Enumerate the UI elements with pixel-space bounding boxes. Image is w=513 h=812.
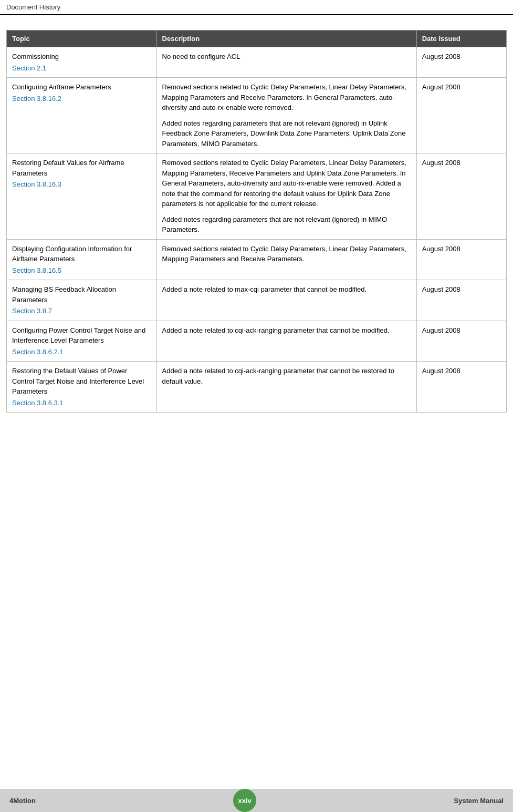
description-paragraph: Added a note related to cqi-ack-ranging … (162, 366, 411, 386)
topic-link[interactable]: Section 3.8.16.2 (12, 94, 151, 104)
description-paragraph: Added notes regarding parameters that ar… (162, 214, 411, 235)
cell-description: Added a note related to cqi-ack-ranging … (156, 362, 416, 413)
description-paragraph: Added a note related to cqi-ack-ranging … (162, 325, 411, 336)
topic-main-text: Restoring the Default Values of Power Co… (12, 367, 144, 395)
cell-date: August 2008 (416, 78, 506, 153)
page-footer: 4Motion xxiv System Manual (0, 789, 513, 812)
description-paragraph: Added notes regarding parameters that ar… (162, 118, 411, 149)
footer-left-label: 4Motion (9, 797, 36, 805)
description-paragraph: Removed sections related to Cyclic Delay… (162, 158, 411, 209)
cell-date: August 2008 (416, 47, 506, 78)
cell-date: August 2008 (416, 321, 506, 362)
topic-link[interactable]: Section 3.8.16.5 (12, 265, 151, 276)
description-paragraph: Removed sections related to Cyclic Delay… (162, 82, 411, 113)
cell-date: August 2008 (416, 362, 506, 413)
table-row: Restoring Default Values for Airframe Pa… (7, 153, 507, 240)
description-paragraph: Added a note related to max-cqi paramete… (162, 284, 411, 295)
cell-topic: Configuring Power Control Target Noise a… (7, 321, 157, 362)
topic-main-text: Configuring Airftame Parameters (12, 83, 111, 91)
table-row: Restoring the Default Values of Power Co… (7, 362, 507, 413)
table-row: Displaying Configuration Information for… (7, 239, 507, 280)
cell-topic: Restoring the Default Values of Power Co… (7, 362, 157, 413)
topic-main-text: Displaying Configuration Information for… (12, 245, 132, 263)
column-description: Description (156, 30, 416, 47)
cell-description: Removed sections related to Cyclic Delay… (156, 153, 416, 240)
page-number: xxiv (233, 789, 256, 812)
cell-topic: Displaying Configuration Information for… (7, 239, 157, 280)
cell-topic: Restoring Default Values for Airframe Pa… (7, 153, 157, 240)
column-date: Date Issued (416, 30, 506, 47)
topic-link[interactable]: Section 3.8.16.3 (12, 179, 151, 190)
column-topic: Topic (7, 30, 157, 47)
topic-link[interactable]: Section 2.1 (12, 63, 151, 74)
cell-date: August 2008 (416, 280, 506, 321)
topic-link[interactable]: Section 3.8.6.3.1 (12, 398, 151, 408)
table-row: Configuring Airftame ParametersSection 3… (7, 78, 507, 153)
cell-topic: CommissioningSection 2.1 (7, 47, 157, 78)
description-paragraph: Removed sections related to Cyclic Delay… (162, 244, 411, 264)
document-header: Document History (0, 0, 513, 15)
cell-topic: Managing BS Feedback Allocation Paramete… (7, 280, 157, 321)
cell-date: August 2008 (416, 239, 506, 280)
table-row: Configuring Power Control Target Noise a… (7, 321, 507, 362)
topic-link[interactable]: Section 3.8.7 (12, 306, 151, 316)
document-history-table: Topic Description Date Issued Commission… (6, 30, 507, 413)
topic-main-text: Restoring Default Values for Airframe Pa… (12, 159, 124, 177)
cell-date: August 2008 (416, 153, 506, 240)
topic-main-text: Commissioning (12, 53, 59, 60)
topic-main-text: Managing BS Feedback Allocation Paramete… (12, 285, 116, 304)
footer-right-label: System Manual (454, 797, 504, 805)
cell-description: Removed sections related to Cyclic Delay… (156, 78, 416, 153)
cell-description: Added a note related to cqi-ack-ranging … (156, 321, 416, 362)
page-content: Topic Description Date Issued Commission… (0, 15, 513, 455)
table-row: CommissioningSection 2.1No need to confi… (7, 47, 507, 78)
cell-description: No need to configure ACL (156, 47, 416, 78)
document-title: Document History (6, 3, 60, 11)
topic-main-text: Configuring Power Control Target Noise a… (12, 326, 145, 345)
description-paragraph: No need to configure ACL (162, 52, 411, 62)
topic-link[interactable]: Section 3.8.6.2.1 (12, 347, 151, 357)
table-header-row: Topic Description Date Issued (7, 30, 507, 47)
cell-topic: Configuring Airftame ParametersSection 3… (7, 78, 157, 153)
cell-description: Removed sections related to Cyclic Delay… (156, 239, 416, 280)
cell-description: Added a note related to max-cqi paramete… (156, 280, 416, 321)
table-row: Managing BS Feedback Allocation Paramete… (7, 280, 507, 321)
